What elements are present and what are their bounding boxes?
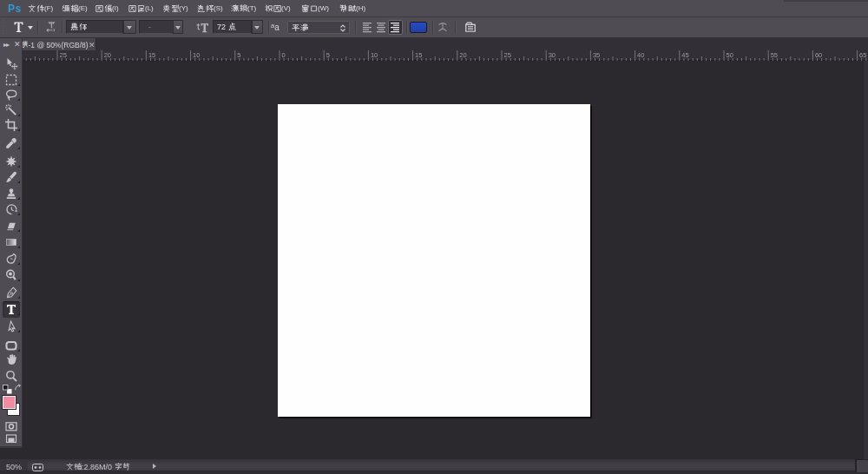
svg-text:10: 10 [371, 51, 378, 59]
svg-text:30: 30 [549, 51, 556, 59]
svg-text:45: 45 [681, 51, 688, 59]
svg-text:5: 5 [326, 51, 330, 59]
svg-text:50: 50 [727, 51, 733, 59]
svg-text:5: 5 [237, 51, 240, 59]
svg-text:15: 15 [148, 51, 155, 59]
svg-text:60: 60 [815, 51, 822, 59]
svg-text:15: 15 [415, 51, 422, 59]
svg-text:35: 35 [593, 51, 600, 59]
svg-text:25: 25 [504, 51, 511, 59]
svg-text:25: 25 [60, 51, 67, 59]
svg-text:55: 55 [771, 51, 778, 59]
svg-text:20: 20 [459, 51, 466, 59]
svg-text:20: 20 [104, 51, 111, 59]
svg-text:0: 0 [282, 51, 286, 59]
svg-text:40: 40 [637, 51, 644, 59]
svg-text:65: 65 [859, 51, 866, 59]
svg-text:10: 10 [193, 51, 200, 59]
